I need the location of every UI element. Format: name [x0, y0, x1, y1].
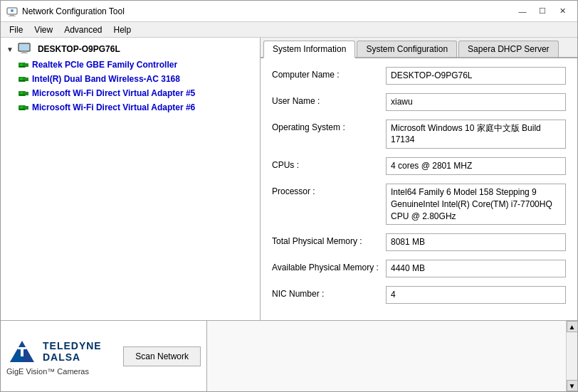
- info-row-avail-memory: Available Physical Memory : 4440 MB: [272, 260, 566, 277]
- label-nic-number: NIC Number :: [272, 286, 386, 299]
- bottom-area: TELEDYNE DALSA GigE Vision™ Cameras Scan…: [1, 320, 577, 391]
- adapter-icon-1: [18, 73, 29, 85]
- svg-rect-21: [26, 106, 28, 110]
- menu-bar: File View Advanced Help: [1, 22, 577, 38]
- value-avail-memory: 4440 MB: [386, 260, 566, 277]
- info-panel: Computer Name : DESKTOP-O9PG76L User Nam…: [261, 58, 577, 320]
- title-bar-left: Network Configuration Tool: [6, 6, 125, 17]
- svg-rect-7: [19, 44, 29, 51]
- value-total-memory: 8081 MB: [386, 233, 566, 251]
- info-row-nic-number: NIC Number : 4: [272, 286, 566, 304]
- tab-system-configuration[interactable]: System Configuration: [357, 41, 457, 57]
- minimize-button[interactable]: —: [513, 4, 532, 18]
- left-panel: ▼ DESKTOP-O9PG76L: [1, 38, 261, 320]
- info-row-user-name: User Name : xiawu: [272, 93, 566, 111]
- window-controls: — ☐ ✕: [513, 4, 572, 18]
- brand-teledyne: TELEDYNE: [43, 340, 102, 351]
- svg-rect-13: [26, 78, 28, 81]
- value-cpus: 4 cores @ 2801 MHZ: [386, 157, 566, 175]
- svg-rect-2: [9, 16, 16, 16]
- svg-rect-9: [26, 63, 28, 67]
- svg-rect-11: [19, 66, 25, 67]
- svg-rect-5: [22, 51, 26, 53]
- info-row-total-memory: Total Physical Memory : 8081 MB: [272, 233, 566, 251]
- tree-child-label-1: Intel(R) Dual Band Wireless-AC 3168: [32, 74, 180, 84]
- svg-rect-15: [19, 80, 25, 81]
- tree-child-3[interactable]: Microsoft Wi-Fi Direct Virtual Adapter #…: [18, 100, 257, 115]
- expand-arrow-icon: ▼: [6, 46, 14, 53]
- svg-rect-26: [18, 347, 26, 349]
- logo-area: TELEDYNE DALSA GigE Vision™ Cameras: [6, 337, 102, 376]
- bottom-left-panel: TELEDYNE DALSA GigE Vision™ Cameras Scan…: [1, 321, 207, 391]
- value-user-name: xiawu: [386, 93, 566, 111]
- value-nic-number: 4: [386, 286, 566, 304]
- label-total-memory: Total Physical Memory :: [272, 233, 386, 246]
- info-row-cpus: CPUs : 4 cores @ 2801 MHZ: [272, 157, 566, 175]
- tree-child-2[interactable]: Microsoft Wi-Fi Direct Virtual Adapter #…: [18, 86, 257, 100]
- monitor-icon: [18, 42, 32, 56]
- tree-root-item[interactable]: ▼ DESKTOP-O9PG76L: [4, 41, 257, 58]
- label-computer-name: Computer Name :: [272, 67, 386, 80]
- brand-gige-sub: GigE Vision™ Cameras: [6, 367, 89, 376]
- tab-sapera-dhcp-server[interactable]: Sapera DHCP Server: [458, 41, 559, 57]
- info-row-os: Operating System : Microsoft Windows 10 …: [272, 120, 566, 149]
- label-user-name: User Name :: [272, 93, 386, 106]
- tree-children: Realtek PCIe GBE Family Controller Intel…: [4, 58, 257, 115]
- info-row-computer-name: Computer Name : DESKTOP-O9PG76L: [272, 67, 566, 85]
- right-panel: System Information System Configuration …: [261, 38, 577, 320]
- adapter-icon-2: [18, 88, 29, 99]
- svg-point-3: [11, 9, 14, 12]
- label-avail-memory: Available Physical Memory :: [272, 260, 386, 272]
- label-cpus: CPUs :: [272, 157, 386, 170]
- menu-advanced[interactable]: Advanced: [58, 23, 107, 36]
- svg-rect-19: [19, 95, 25, 95]
- tree-area: ▼ DESKTOP-O9PG76L: [1, 38, 260, 320]
- tab-system-information[interactable]: System Information: [263, 41, 355, 58]
- title-bar: Network Configuration Tool — ☐ ✕: [1, 1, 577, 22]
- label-processor: Processor :: [272, 184, 386, 196]
- svg-rect-6: [21, 53, 28, 53]
- svg-point-18: [20, 92, 23, 95]
- tree-child-0[interactable]: Realtek PCIe GBE Family Controller: [18, 58, 257, 72]
- info-row-processor: Processor : Intel64 Family 6 Model 158 S…: [272, 184, 566, 225]
- label-os: Operating System :: [272, 120, 386, 132]
- adapter-icon-0: [18, 59, 29, 70]
- svg-rect-17: [26, 92, 28, 95]
- tree-child-label-2: Microsoft Wi-Fi Direct Virtual Adapter #…: [32, 88, 195, 98]
- svg-rect-1: [10, 14, 14, 16]
- maximize-button[interactable]: ☐: [533, 4, 552, 18]
- scroll-up-arrow[interactable]: ▲: [567, 321, 578, 332]
- tree-child-label-0: Realtek PCIe GBE Family Controller: [32, 60, 177, 70]
- close-button[interactable]: ✕: [553, 4, 572, 18]
- value-processor: Intel64 Family 6 Model 158 Stepping 9 Ge…: [386, 184, 566, 225]
- window-title: Network Configuration Tool: [22, 6, 125, 16]
- tree-child-label-3: Microsoft Wi-Fi Direct Virtual Adapter #…: [32, 102, 195, 112]
- bottom-right-panel: ▲ ▼: [207, 321, 577, 391]
- svg-point-22: [20, 106, 23, 109]
- app-icon: [6, 6, 18, 17]
- svg-point-10: [20, 63, 23, 66]
- menu-help[interactable]: Help: [108, 23, 137, 36]
- scroll-down-arrow[interactable]: ▼: [567, 380, 578, 391]
- tree-child-1[interactable]: Intel(R) Dual Band Wireless-AC 3168: [18, 72, 257, 86]
- svg-rect-23: [19, 109, 25, 110]
- main-content: ▼ DESKTOP-O9PG76L: [1, 38, 577, 320]
- scan-network-button[interactable]: Scan Network: [123, 346, 201, 366]
- tree-root-label: DESKTOP-O9PG76L: [38, 44, 120, 54]
- value-computer-name: DESKTOP-O9PG76L: [386, 67, 566, 85]
- main-window: Network Configuration Tool — ☐ ✕ File Vi…: [0, 0, 578, 392]
- logo-text: TELEDYNE DALSA: [43, 340, 102, 363]
- menu-file[interactable]: File: [4, 23, 28, 36]
- teledyne-logo-icon: [6, 337, 38, 366]
- menu-view[interactable]: View: [28, 23, 58, 36]
- right-scrollbar: ▲ ▼: [566, 321, 577, 391]
- adapter-icon-3: [18, 102, 29, 113]
- svg-rect-27: [21, 349, 23, 356]
- brand-dalsa: DALSA: [43, 351, 102, 363]
- tabs-bar: System Information System Configuration …: [261, 38, 577, 58]
- value-os: Microsoft Windows 10 家庭中文版 Build 17134: [386, 120, 566, 149]
- teledyne-logo: TELEDYNE DALSA: [6, 337, 102, 366]
- svg-point-14: [20, 78, 23, 80]
